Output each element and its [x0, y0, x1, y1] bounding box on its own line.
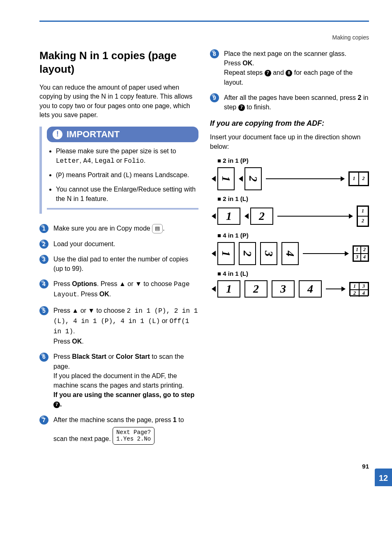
layout-4in1-p-row: 1 2 3 4 1234	[212, 242, 369, 265]
text: Make sure you are in Copy mode	[53, 225, 152, 232]
section-title: Making N in 1 copies (page layout)	[39, 49, 198, 76]
page-slot: 4	[299, 280, 322, 298]
intro-paragraph: You can reduce the amount of paper used …	[39, 83, 198, 120]
lcd-line-1: Next Page?	[116, 429, 151, 436]
key-1: 1	[173, 416, 177, 423]
ref-step-8: 8	[286, 70, 292, 76]
adf-heading: If you are copying from the ADF:	[210, 119, 369, 128]
step-3: 3 Use the dial pad to enter the number o…	[39, 254, 198, 273]
text: Please make sure the paper size is set t…	[56, 148, 176, 155]
text: .	[252, 60, 254, 67]
page-slot: 4	[281, 242, 299, 265]
step-5: 5 Press ▲ or ▼ to choose 2 in 1 (P), 2 i…	[39, 306, 198, 346]
step-8-body: Place the next page on the scanner glass…	[224, 49, 369, 87]
text: If you are using the scanner glass, go t…	[53, 391, 194, 398]
result-4in1-p: 1234	[353, 245, 369, 262]
ref-step-7: 7	[238, 104, 245, 111]
text: .	[73, 328, 75, 335]
step-1-body: Make sure you are in Copy mode ▤.	[53, 224, 198, 233]
step-9-body: After all the pages have been scanned, p…	[224, 93, 369, 112]
page-slot: 3	[272, 280, 295, 298]
lcd-line-2: 1.Yes 2.No	[116, 436, 151, 443]
step-badge-6: 6	[39, 353, 48, 362]
lcd-display: Next Page? 1.Yes 2.No	[113, 427, 154, 445]
steps-right: 8 Place the next page on the scanner gla…	[210, 49, 369, 112]
size-a4: A4	[83, 157, 91, 165]
important-item-1: Please make sure the paper size is set t…	[56, 146, 198, 166]
code-l: L	[126, 172, 130, 179]
flow-arrow-icon	[326, 289, 345, 289]
important-label: IMPORTANT	[67, 129, 120, 140]
text: or	[115, 157, 124, 164]
result-2in1-l: 12	[357, 205, 369, 227]
page-slot: 3	[260, 242, 277, 265]
step-6: 6 Press Black Start or Color Start to sc…	[39, 352, 198, 409]
steps-left: 1 Make sure you are in Copy mode ▤. 2 Lo…	[39, 224, 198, 445]
important-bottom-rule	[47, 208, 198, 210]
layout-2in1-p-row: 1 2 12	[212, 167, 369, 190]
text: Press ▲ or ▼ to choose	[53, 307, 127, 314]
chapter-tab: 12	[375, 469, 392, 486]
text: . Press	[77, 291, 99, 298]
step-3-body: Use the dial pad to enter the number of …	[53, 254, 198, 273]
text: Place the next page on the scanner glass…	[224, 50, 346, 57]
size-letter: Letter	[56, 157, 80, 165]
layout-4in1-l-label: 4 in 1 (L)	[217, 270, 369, 277]
breadcrumb: Making copies	[39, 34, 369, 41]
step-4: 4 Press Options. Press ▲ or ▼ to choose …	[39, 279, 198, 300]
step-2-body: Load your document.	[53, 239, 198, 249]
flow-arrow-icon	[266, 178, 344, 179]
step-7-body: After the machine scans the page, press …	[53, 415, 198, 445]
size-folio: Folio	[124, 157, 144, 165]
feed-arrow-icon	[212, 213, 216, 219]
page-slot: 2	[244, 280, 267, 298]
two-column-layout: Making N in 1 copies (page layout) You c…	[39, 49, 369, 450]
page-number: 91	[39, 463, 369, 470]
ok-key: OK	[72, 338, 82, 345]
layout-2in1-l-row: 1 2 12	[212, 205, 369, 227]
page-slot: 2	[250, 208, 273, 225]
adf-intro: Insert your document face up in the dire…	[210, 133, 369, 151]
text: If you placed the document in the ADF, t…	[53, 372, 184, 389]
text: ) means Portrait and (	[62, 171, 126, 178]
layout-2in1-l-label: 2 in 1 (L)	[217, 195, 369, 202]
text: . Press ▲ or ▼ to choose	[97, 280, 174, 287]
flow-arrow-icon	[303, 253, 348, 254]
layout-4in1-p-label: 4 in 1 (P)	[217, 232, 369, 239]
code-p: P	[58, 172, 62, 179]
text: After all the pages have been scanned, p…	[224, 94, 358, 101]
feed-arrow-icon	[239, 176, 243, 182]
page-slot: 2	[239, 242, 256, 265]
text: Press	[53, 353, 72, 360]
text: Repeat steps	[224, 69, 265, 76]
scanner-glass-note: If you are using the scanner glass, go t…	[53, 391, 194, 408]
layout-2in1-p-label: 2 in 1 (P)	[217, 157, 369, 164]
feed-arrow-icon	[244, 213, 249, 219]
black-start-key: Black Start	[72, 353, 106, 360]
color-start-key: Color Start	[116, 353, 150, 360]
text: Press	[53, 338, 72, 345]
text: .	[144, 157, 145, 164]
step-7: 7 After the machine scans the page, pres…	[39, 415, 198, 445]
layout-4in1-l-row: 1 2 3 4 1324	[212, 280, 369, 298]
step-badge-4: 4	[39, 279, 48, 289]
ok-key: OK	[242, 60, 252, 67]
step-8: 8 Place the next page on the scanner gla…	[210, 49, 369, 87]
text: .	[109, 291, 111, 298]
step-badge-2: 2	[39, 240, 48, 249]
page-slot: 1	[217, 167, 235, 190]
ref-step-7: 7	[265, 70, 271, 76]
step-9: 9 After all the pages have been scanned,…	[210, 93, 369, 112]
ok-key: OK	[99, 291, 109, 298]
important-header: ! IMPORTANT	[47, 127, 198, 142]
page-slot: 1	[217, 280, 240, 298]
text: .	[60, 401, 62, 408]
size-legal: Legal	[95, 157, 115, 165]
result-2in1-p: 12	[348, 171, 369, 186]
right-column: 8 Place the next page on the scanner gla…	[210, 49, 369, 450]
feed-arrow-icon	[212, 286, 216, 292]
page-root: Making copies Making N in 1 copies (page…	[0, 0, 392, 486]
page-slot: 1	[217, 242, 235, 265]
text: .	[82, 338, 83, 345]
page-slot: 2	[244, 167, 262, 190]
